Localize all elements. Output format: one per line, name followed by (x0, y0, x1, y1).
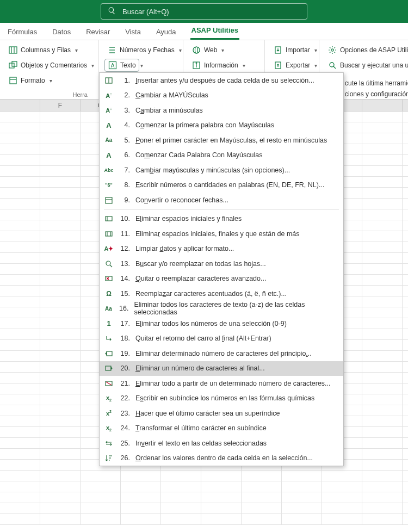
opciones-asap-button[interactable]: Opciones de ASAP Utilitie (325, 44, 403, 57)
cell[interactable] (40, 351, 81, 362)
menu-item-5[interactable]: Aa5.Poner el primer carácter en Mayúscul… (100, 133, 343, 148)
cell[interactable] (403, 383, 408, 394)
cell[interactable] (121, 514, 161, 525)
cell[interactable] (0, 188, 40, 199)
cell[interactable] (322, 471, 362, 481)
cell[interactable] (362, 296, 403, 307)
numeros-fechas-button[interactable]: Números y Fechas▾ (104, 44, 177, 57)
cell[interactable] (0, 166, 40, 177)
column-header[interactable] (362, 100, 403, 111)
cell[interactable] (40, 122, 81, 133)
cell[interactable] (0, 383, 40, 394)
cell[interactable] (40, 296, 81, 307)
columnas-filas-button[interactable]: Columnas y Filas▾ (5, 44, 93, 57)
cell[interactable] (0, 329, 40, 340)
cell[interactable] (403, 177, 408, 188)
cell[interactable] (0, 296, 40, 307)
cell[interactable] (0, 351, 40, 362)
cell[interactable] (40, 394, 81, 405)
cell[interactable] (403, 296, 408, 307)
cell[interactable] (121, 492, 161, 503)
menu-item-9[interactable]: 9.Convertir o reconocer fechas... (100, 193, 343, 208)
tab-fórmulas[interactable]: Fórmulas (7, 28, 38, 40)
cell[interactable] (40, 514, 81, 525)
cell[interactable] (362, 133, 403, 144)
cell[interactable] (121, 503, 161, 514)
cell[interactable] (40, 177, 81, 188)
menu-item-26[interactable]: 26.Ordenar los valores dentro de cada ce… (100, 451, 343, 466)
cell[interactable] (0, 199, 40, 209)
menu-item-4[interactable]: A4.Comenzar la primera palabra con Mayús… (100, 118, 343, 133)
tab-vista[interactable]: Vista (124, 28, 142, 40)
cell[interactable] (0, 503, 40, 514)
cell[interactable] (403, 242, 408, 253)
menu-item-7[interactable]: Abc7.Cambiar mayúsculas y minúsculas (si… (100, 163, 343, 178)
cell[interactable] (362, 492, 403, 503)
cell[interactable] (403, 286, 408, 296)
cell[interactable] (40, 307, 81, 318)
cell[interactable] (403, 405, 408, 416)
menu-item-11[interactable]: 11.Eliminar espacios iniciales, finales … (100, 226, 343, 242)
tab-asap-utilities[interactable]: ASAP Utilities (190, 26, 239, 40)
search-box[interactable]: Buscar (Alt+Q) (101, 3, 307, 20)
cell[interactable] (40, 383, 81, 394)
cell[interactable] (81, 503, 121, 514)
cell[interactable] (403, 253, 408, 264)
cell[interactable] (403, 209, 408, 220)
tab-datos[interactable]: Datos (51, 28, 72, 40)
cell[interactable] (0, 231, 40, 242)
cell[interactable] (40, 286, 81, 296)
cell[interactable] (0, 405, 40, 416)
cell[interactable] (403, 438, 408, 449)
cell[interactable] (362, 362, 403, 373)
cell[interactable] (282, 481, 322, 492)
menu-item-24[interactable]: x224.Transformar el último carácter en s… (100, 421, 343, 436)
cell[interactable] (362, 264, 403, 275)
cell[interactable] (403, 188, 408, 199)
cell[interactable] (0, 340, 40, 351)
cell[interactable] (81, 514, 121, 525)
cell[interactable] (362, 199, 403, 209)
cell[interactable] (40, 264, 81, 275)
cell[interactable] (0, 481, 40, 492)
cell[interactable] (201, 514, 242, 525)
cell[interactable] (403, 112, 408, 122)
cell[interactable] (403, 166, 408, 177)
cell[interactable] (161, 503, 201, 514)
cell[interactable] (40, 449, 81, 460)
cell[interactable] (0, 362, 40, 373)
menu-item-19[interactable]: 19.Eliminar determinado número de caract… (100, 346, 343, 361)
cell[interactable] (161, 471, 201, 481)
texto-button[interactable]: ATexto▾ (104, 59, 139, 72)
cell[interactable] (362, 416, 403, 427)
cell[interactable] (0, 253, 40, 264)
cell[interactable] (403, 514, 408, 525)
cell[interactable] (40, 492, 81, 503)
cell[interactable] (0, 514, 40, 525)
cell[interactable] (0, 492, 40, 503)
cell[interactable] (40, 242, 81, 253)
column-header[interactable] (0, 100, 40, 111)
menu-item-20[interactable]: 20.Eliminar un número de caracteres al f… (100, 361, 343, 376)
menu-item-21[interactable]: 21.Eliminar todo a partir de un determin… (100, 376, 343, 391)
cell[interactable] (362, 383, 403, 394)
cell[interactable] (322, 514, 362, 525)
cell[interactable] (0, 220, 40, 231)
cell[interactable] (40, 373, 81, 383)
menu-item-17[interactable]: 117.Eliminar todos los números de una se… (100, 316, 343, 331)
cell[interactable] (0, 286, 40, 296)
cell[interactable] (362, 438, 403, 449)
cell[interactable] (362, 351, 403, 362)
cell[interactable] (0, 318, 40, 329)
cell[interactable] (362, 231, 403, 242)
cell[interactable] (0, 155, 40, 166)
cell[interactable] (0, 275, 40, 286)
cell[interactable] (362, 481, 403, 492)
exportar-button[interactable]: Exportar▾ (270, 59, 313, 72)
cell[interactable] (403, 471, 408, 481)
cell[interactable] (201, 481, 242, 492)
tab-ayuda[interactable]: Ayuda (155, 28, 177, 40)
cell[interactable] (40, 155, 81, 166)
menu-item-3[interactable]: A↓3.Cambiar a minúsculas (100, 103, 343, 118)
cell[interactable] (362, 177, 403, 188)
